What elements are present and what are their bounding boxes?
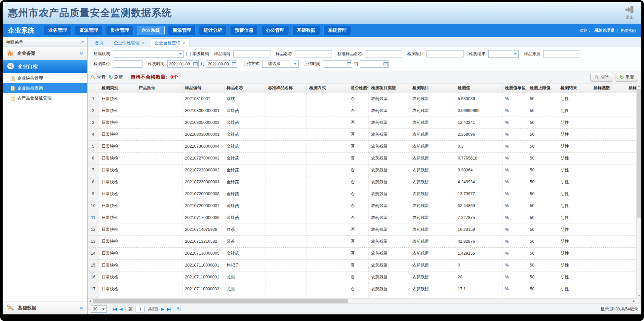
last-page-button[interactable]: ▶| xyxy=(167,307,170,311)
table-row[interactable]: 18 xyxy=(88,295,641,298)
own-org-checkbox[interactable] xyxy=(186,52,191,56)
sidebar-subitem[interactable]: 企业快检管理 xyxy=(3,73,87,83)
view-button[interactable]: 查看 xyxy=(91,74,105,80)
table-row[interactable]: 3日常快检202108050000002金针菇否农药残留农药残留12.42241… xyxy=(88,117,641,128)
column-header[interactable]: 检测值单位 xyxy=(502,84,527,93)
column-header[interactable]: 检测项目类型 xyxy=(368,84,410,93)
nav-item[interactable]: 溯源管理 xyxy=(168,26,196,35)
sample-source-input[interactable] xyxy=(543,50,580,57)
nav-item[interactable]: 业务管理 xyxy=(44,26,71,35)
table-cell: 5.630036 xyxy=(455,93,502,105)
table-row[interactable]: 14日常快检202107130000005金针菇否农药残留农药残留1.42915… xyxy=(88,247,641,259)
test-item-input[interactable] xyxy=(426,50,463,57)
calendar-icon xyxy=(347,62,351,66)
horizontal-scroll-thumb[interactable] xyxy=(93,299,348,303)
tab-close-icon[interactable]: × xyxy=(183,41,185,46)
table-row[interactable]: 1日常快检20210810001荔枝否农药残留农药残留5.630036%50阴性 xyxy=(88,93,641,105)
nav-item[interactable]: 质控管理 xyxy=(106,26,134,35)
table-row[interactable]: 2日常快检202108090000001金针菇否农药残留农药残留0.099999… xyxy=(88,105,641,117)
column-header[interactable]: 标准样品名称 xyxy=(265,84,306,93)
sidebar-group-self-check[interactable]: 企业自检 xyxy=(3,60,87,73)
org-select[interactable] xyxy=(113,50,184,58)
query-button[interactable]: 查询 xyxy=(590,73,613,82)
logout-button[interactable]: 退出 xyxy=(625,6,635,20)
column-header[interactable]: 检测方式 xyxy=(306,84,348,93)
table-cell: 否 xyxy=(348,212,368,224)
table-cell xyxy=(306,152,348,164)
sidebar-group-company-record[interactable]: 企业备案 » xyxy=(3,47,87,60)
nav-item[interactable]: 预警信息 xyxy=(230,26,258,35)
test-unit-input[interactable] xyxy=(113,60,142,68)
tab[interactable]: 首页 xyxy=(90,38,108,47)
table-row[interactable]: 13日常快检20210713210532绿茶否农药残留农药残留42.82876%… xyxy=(88,235,641,247)
nav-item[interactable]: 办公管理 xyxy=(261,26,289,35)
sidebar-group-base-data[interactable]: 基础数据 » xyxy=(3,301,87,314)
row-number: 17 xyxy=(88,283,99,295)
column-header[interactable]: 检测类别 xyxy=(99,84,136,93)
scroll-right-icon[interactable]: ▶ xyxy=(631,299,636,303)
sidebar-subitem[interactable]: 企业自检查询 xyxy=(3,83,87,93)
column-header[interactable]: 样品名称 xyxy=(224,84,265,93)
tab-close-icon[interactable]: × xyxy=(142,41,144,46)
nav-item[interactable]: 统计分析 xyxy=(199,26,227,35)
nav-item[interactable]: 基础数据 xyxy=(292,26,320,35)
table-cell: 日常快检 xyxy=(99,152,136,164)
fail-count-value[interactable]: 0个 xyxy=(171,74,178,80)
nav-item[interactable]: 系统管理 xyxy=(323,26,351,35)
table-cell: 龙眼 xyxy=(224,271,265,283)
column-header[interactable]: 检测上限值 xyxy=(527,84,558,93)
table-cell: 否 xyxy=(348,105,368,117)
scroll-left-icon[interactable]: ◀ xyxy=(88,299,93,303)
table-row[interactable]: 7日常快检202107230000002金针菇否农药残留农药残留9.90364%… xyxy=(88,164,641,176)
scroll-down-icon[interactable]: ▼ xyxy=(637,293,641,298)
change-password-link[interactable]: 更改密码 xyxy=(620,28,636,33)
column-header[interactable]: 样品编号 xyxy=(182,84,224,93)
table-cell: 50 xyxy=(527,247,558,259)
column-header[interactable]: 是否检测卡 xyxy=(348,84,368,93)
tab[interactable]: 企业自检查询× xyxy=(150,38,190,47)
table-row[interactable]: 17日常快检202107110000002龙眼否农药残留农药残留17.1%50阴… xyxy=(88,283,641,295)
table-cell: 阴性 xyxy=(558,188,591,200)
table-row[interactable]: 15日常快检202107110000001枸杞子否农药残留农药残留0%50阴性 xyxy=(88,259,641,271)
table-row[interactable]: 9日常快检202107200000008金针菇否农药残留农药残留13.73977… xyxy=(88,188,641,200)
column-header[interactable]: 抽样基数 xyxy=(591,84,626,93)
sidebar-subitem[interactable]: 农产品合格证管理 xyxy=(3,93,87,103)
table-cell: 阴性 xyxy=(558,224,591,235)
std-sample-name-input[interactable] xyxy=(365,50,402,57)
table-row[interactable]: 10日常快检202107200000007金针菇否农药残留农药残留32.4486… xyxy=(88,200,641,212)
sidebar-collapse-icon[interactable]: « xyxy=(81,39,84,45)
table-row[interactable]: 11日常快检202107170000006金针菇否农药残留农药残留7.22787… xyxy=(88,212,641,224)
table-row[interactable]: 5日常快检202107300000004金针菇否农药残留农药残留0.3%50阴性 xyxy=(88,140,641,152)
column-header[interactable]: 产品批号 xyxy=(136,84,182,93)
scroll-up-icon[interactable]: ▲ xyxy=(637,84,641,89)
column-header[interactable]: 检测结果 xyxy=(558,84,591,93)
refresh-button[interactable]: ↻ 刷新 xyxy=(109,74,123,80)
column-header[interactable] xyxy=(88,84,99,93)
tab[interactable]: 企业快检管理× xyxy=(109,38,149,47)
column-header[interactable]: 检测项目 xyxy=(410,84,455,93)
test-result-select[interactable] xyxy=(488,50,519,58)
first-page-button[interactable]: |◀ xyxy=(113,307,116,311)
sample-name-input[interactable] xyxy=(295,50,332,57)
vertical-scrollbar[interactable]: ▲ ▼ xyxy=(636,84,641,298)
vertical-scroll-thumb[interactable] xyxy=(637,89,641,218)
horizontal-scrollbar[interactable]: ◀ ▶ xyxy=(88,298,641,303)
table-row[interactable]: 4日常快检202108030000001金针菇否农药残留农药残留2.358096… xyxy=(88,128,641,140)
next-page-button[interactable]: ▶ xyxy=(161,307,164,311)
prev-page-button[interactable]: ◀ xyxy=(119,307,122,311)
upload-method-select[interactable]: ---请选择--- xyxy=(262,60,299,68)
sample-no-input[interactable] xyxy=(233,50,270,57)
pager-refresh-button[interactable]: ↻ xyxy=(177,306,181,312)
table-cell xyxy=(224,295,265,298)
table-cell: 农药残留 xyxy=(368,164,410,176)
nav-item[interactable]: 企业系统 xyxy=(137,26,165,35)
page-number-input[interactable] xyxy=(136,306,145,312)
nav-item[interactable]: 资源管理 xyxy=(75,26,102,35)
table-row[interactable]: 16日常快检202107110000001龙眼否农药残留农药残留20%50阴性 xyxy=(88,271,641,283)
page-size-select[interactable]: 30 xyxy=(91,305,107,313)
table-row[interactable]: 6日常快检202107270000003金针菇否农药残留农药残留0.776561… xyxy=(88,152,641,164)
column-header[interactable]: 检测值 xyxy=(455,84,502,93)
table-row[interactable]: 12日常快检20210714075926红茶否农药残留农药残留16.23159%… xyxy=(88,224,641,235)
table-row[interactable]: 8日常快检202107230000001金针菇否农药残留农药残留4.249934… xyxy=(88,176,641,188)
reset-button[interactable]: ↻ 重置 xyxy=(616,73,638,82)
